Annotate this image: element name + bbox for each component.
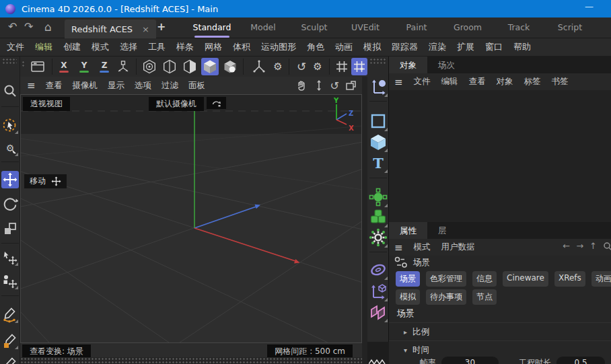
tool-settings-button[interactable]: ⚙ bbox=[1, 139, 19, 157]
metaball-object-tool[interactable] bbox=[368, 207, 388, 228]
shading-sphere-cube-button[interactable] bbox=[221, 58, 239, 75]
attr-btn-nodes[interactable]: 节点 bbox=[472, 289, 497, 305]
layout-tab-sculpt[interactable]: Sculpt bbox=[289, 17, 340, 38]
lock-z-axis-button[interactable]: Z bbox=[97, 58, 112, 75]
shading-constant-button[interactable] bbox=[181, 58, 199, 75]
layout-tab-script[interactable]: Script bbox=[544, 17, 596, 38]
attr-btn-color-management[interactable]: 色彩管理 bbox=[426, 271, 466, 287]
menu-animate[interactable]: 动画 bbox=[335, 41, 353, 53]
workplane-settings-gear-icon[interactable]: ⚙ bbox=[271, 58, 285, 75]
spline-rectangle-tool[interactable] bbox=[368, 110, 388, 132]
tab-attributes[interactable]: 属性 bbox=[389, 222, 427, 239]
menu-simulate[interactable]: 模拟 bbox=[363, 41, 381, 53]
selected-object-row[interactable]: 场景 bbox=[394, 256, 430, 268]
om-menu-tags[interactable]: 标签 bbox=[524, 76, 541, 87]
shading-quick-button[interactable] bbox=[161, 58, 178, 75]
shading-solid-cube-button[interactable] bbox=[201, 58, 219, 75]
dolly-view-icon[interactable] bbox=[314, 79, 324, 92]
menu-volume[interactable]: 体积 bbox=[233, 41, 250, 53]
home-icon[interactable]: ⌂ bbox=[44, 20, 52, 34]
fps-input[interactable]: 30 bbox=[441, 357, 499, 364]
snap-enabled-button[interactable] bbox=[351, 58, 367, 75]
snap-grid-button[interactable] bbox=[334, 58, 350, 75]
attr-menu-userdata[interactable]: 用户数据 bbox=[441, 242, 475, 253]
attr-btn-scene[interactable]: 场景 bbox=[396, 271, 420, 287]
menu-tracker[interactable]: 跟踪器 bbox=[392, 41, 418, 53]
camera-label[interactable]: 默认摄像机 bbox=[149, 97, 204, 111]
object-manager-burger-icon[interactable]: ≡ bbox=[394, 76, 403, 88]
attr-btn-xrefs[interactable]: XRefs bbox=[554, 271, 585, 287]
menu-mode[interactable]: 模式 bbox=[92, 41, 109, 53]
search-commander-button[interactable] bbox=[1, 82, 19, 100]
live-selection-tool[interactable] bbox=[1, 117, 19, 135]
field-axis-tool[interactable] bbox=[368, 281, 388, 302]
parent-up-icon[interactable]: ↑ bbox=[589, 241, 597, 251]
tab-objects[interactable]: 对象 bbox=[389, 57, 427, 73]
attr-btn-cineware[interactable]: Cineware bbox=[503, 271, 548, 287]
left-palette-drag-handle[interactable] bbox=[2, 58, 17, 65]
attr-btn-animation[interactable]: 动画 bbox=[591, 271, 611, 287]
attr-menu-mode[interactable]: 模式 bbox=[414, 242, 431, 253]
om-menu-objects[interactable]: 对象 bbox=[497, 76, 513, 87]
om-menu-bookmarks[interactable]: 书签 bbox=[552, 76, 569, 87]
attr-btn-todo[interactable]: 待办事项 bbox=[426, 289, 466, 305]
menu-window[interactable]: 窗口 bbox=[485, 41, 503, 53]
close-icon[interactable]: × bbox=[142, 24, 149, 34]
attr-btn-info[interactable]: 信息 bbox=[472, 271, 497, 287]
toolbar-drag-handle[interactable] bbox=[22, 61, 25, 68]
rotate-view-icon[interactable]: ↺ bbox=[330, 79, 339, 92]
right-palette-drag-handle[interactable] bbox=[369, 58, 387, 65]
undo-icon[interactable]: ↶ bbox=[8, 20, 17, 33]
layout-tab-track[interactable]: Track bbox=[493, 17, 544, 38]
document-tab[interactable]: Redshift ACES × bbox=[65, 20, 156, 38]
menu-extensions[interactable]: 扩展 bbox=[457, 41, 474, 53]
rotate-tool[interactable] bbox=[1, 195, 19, 213]
history-back-icon[interactable]: ← bbox=[563, 241, 570, 251]
layout-tab-standard[interactable]: Standard bbox=[186, 17, 238, 38]
menu-tools[interactable]: 工具 bbox=[148, 41, 166, 53]
attr-btn-simulation[interactable]: 模拟 bbox=[396, 289, 420, 305]
reset-settings-gear-icon[interactable]: ⚙ bbox=[310, 58, 325, 75]
camera-switch-icon[interactable] bbox=[207, 97, 226, 109]
object-move-tool[interactable] bbox=[1, 272, 19, 290]
shading-gouraud-button[interactable] bbox=[141, 58, 158, 75]
menu-character[interactable]: 角色 bbox=[307, 41, 324, 53]
redo-icon[interactable]: ↷ bbox=[24, 20, 33, 33]
layout-tab-uvedit[interactable]: UVEdit bbox=[340, 17, 391, 38]
layout-tab-paint[interactable]: Paint bbox=[391, 17, 442, 38]
pan-view-icon[interactable] bbox=[295, 79, 308, 92]
scale-tool[interactable] bbox=[1, 220, 19, 238]
om-menu-edit[interactable]: 编辑 bbox=[441, 76, 458, 87]
sketch-pen-tool[interactable] bbox=[1, 332, 19, 350]
reset-transform-button[interactable]: ↺ bbox=[294, 58, 309, 75]
modeling-pen-tool[interactable] bbox=[1, 356, 19, 364]
tab-takes[interactable]: 场次 bbox=[427, 57, 466, 73]
view-name-label[interactable]: 透视视图 bbox=[23, 97, 70, 111]
workplane-mode-button[interactable] bbox=[249, 58, 269, 75]
menu-help[interactable]: 帮助 bbox=[513, 41, 531, 53]
om-menu-view[interactable]: 查看 bbox=[469, 76, 486, 87]
menu-render[interactable]: 渲染 bbox=[429, 41, 446, 53]
selection-move-tool[interactable] bbox=[1, 249, 19, 266]
coordinate-system-button[interactable] bbox=[114, 58, 132, 75]
generator-settings-tool[interactable] bbox=[368, 227, 388, 248]
toggle-view-icon[interactable] bbox=[345, 80, 357, 92]
vp-menu-display[interactable]: 显示 bbox=[108, 80, 124, 92]
attr-search-icon[interactable] bbox=[603, 242, 611, 251]
group-scale[interactable]: ▸ 比例 bbox=[389, 322, 611, 341]
tab-layers[interactable]: 层 bbox=[427, 222, 458, 239]
layout-tab-model[interactable]: Model bbox=[238, 17, 289, 38]
object-list-area[interactable] bbox=[389, 90, 611, 222]
minimize-button[interactable]: — bbox=[585, 1, 594, 11]
add-tab-button[interactable]: + bbox=[157, 20, 166, 33]
menu-edit[interactable]: 编辑 bbox=[35, 41, 52, 53]
spline-pen-tool[interactable] bbox=[1, 306, 19, 324]
duration-input[interactable]: 0.5 bbox=[556, 357, 605, 364]
render-view-button[interactable] bbox=[28, 58, 48, 75]
vp-menu-view[interactable]: 查看 bbox=[46, 80, 63, 92]
vp-menu-filter[interactable]: 过滤 bbox=[161, 80, 178, 92]
instance-object-tool[interactable] bbox=[368, 186, 388, 208]
lock-x-axis-button[interactable]: X bbox=[57, 58, 71, 75]
text-tool[interactable]: T bbox=[368, 152, 388, 174]
menu-mograph[interactable]: 运动图形 bbox=[261, 41, 296, 53]
